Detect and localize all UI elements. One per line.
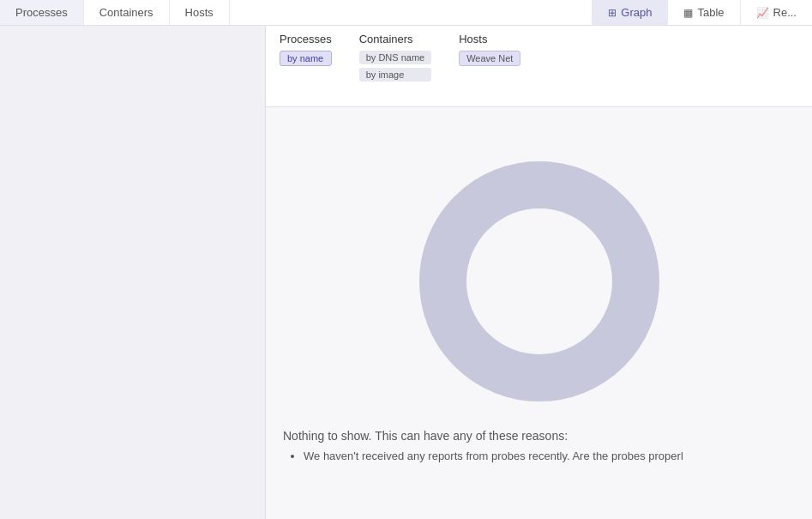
chip-by-image[interactable]: by image [359, 68, 431, 81]
empty-message: Nothing to show. This can have any of th… [283, 429, 683, 466]
hosts-label: Hosts [185, 6, 214, 19]
top-nav-right: ⊞ Graph ▦ Table 📈 Re... [592, 0, 812, 25]
main-layout: Processes by name Containers by DNS name… [0, 26, 812, 519]
empty-title: Nothing to show. This can have any of th… [283, 429, 568, 443]
resource-icon: 📈 [756, 7, 769, 19]
chip-weave-net[interactable]: Weave Net [459, 51, 520, 66]
content-area: Processes by name Containers by DNS name… [266, 26, 812, 519]
view-table[interactable]: ▦ Table [667, 0, 739, 25]
sub-nav-hosts: Hosts Weave Net [459, 33, 520, 76]
containers-group-label[interactable]: Containers [359, 33, 431, 45]
graph-area: Nothing to show. This can have any of th… [266, 107, 812, 519]
top-nav: Processes Containers Hosts ⊞ Graph ▦ Tab… [0, 0, 812, 26]
sub-nav-processes: Processes by name [280, 33, 332, 76]
empty-circle-graphic [419, 161, 659, 401]
table-icon: ▦ [683, 7, 693, 19]
sidebar [0, 26, 266, 519]
graph-icon: ⊞ [608, 7, 617, 19]
chip-by-name[interactable]: by name [280, 51, 332, 66]
empty-reason-1: We haven't received any reports from pro… [304, 450, 683, 462]
view-resource[interactable]: 📈 Re... [740, 0, 812, 25]
processes-group-label[interactable]: Processes [280, 33, 332, 45]
chip-by-dns-name[interactable]: by DNS name [359, 51, 431, 64]
containers-label: Containers [99, 6, 153, 19]
graph-label: Graph [621, 6, 652, 19]
nav-processes[interactable]: Processes [0, 0, 84, 25]
sub-nav: Processes by name Containers by DNS name… [266, 26, 812, 107]
processes-label: Processes [15, 6, 68, 19]
table-label: Table [697, 6, 724, 19]
hosts-group-label[interactable]: Hosts [459, 33, 520, 45]
view-graph[interactable]: ⊞ Graph [592, 0, 667, 25]
nav-containers[interactable]: Containers [84, 0, 170, 25]
resource-label: Re... [773, 6, 797, 19]
sub-nav-containers: Containers by DNS name by image [359, 33, 431, 92]
nav-hosts[interactable]: Hosts [170, 0, 230, 25]
